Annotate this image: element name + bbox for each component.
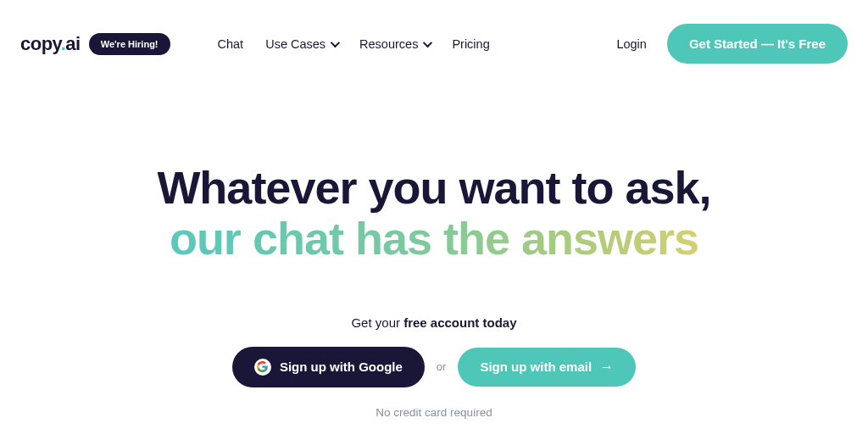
arrow-right-icon: → xyxy=(600,359,614,375)
hero-line1: Whatever you want to ask, xyxy=(157,162,710,213)
logo[interactable]: copy.ai xyxy=(20,33,81,55)
no-credit-card-text: No credit card required xyxy=(0,406,868,419)
signup-email-button[interactable]: Sign up with email → xyxy=(458,348,636,387)
logo-suffix: ai xyxy=(65,33,80,54)
hero-heading: Whatever you want to ask, our chat has t… xyxy=(0,162,868,265)
nav-pricing-label: Pricing xyxy=(452,37,489,51)
hiring-badge-label: We're Hiring! xyxy=(101,39,159,49)
signup-email-label: Sign up with email xyxy=(480,359,592,374)
get-started-button[interactable]: Get Started — It's Free xyxy=(667,24,848,64)
nav-pricing[interactable]: Pricing xyxy=(452,37,489,51)
signup-google-button[interactable]: Sign up with Google xyxy=(232,347,425,387)
header: copy.ai We're Hiring! Chat Use Cases Res… xyxy=(0,0,868,84)
nav-use-cases[interactable]: Use Cases xyxy=(265,37,337,51)
header-right: Login Get Started — It's Free xyxy=(616,24,848,64)
chevron-down-icon xyxy=(423,37,432,47)
nav-chat-label: Chat xyxy=(218,37,244,51)
main-nav: Chat Use Cases Resources Pricing xyxy=(218,37,490,51)
sub-lead: Get your xyxy=(351,315,403,330)
hero-line2: our chat has the answers xyxy=(170,213,698,264)
or-text: or xyxy=(437,360,447,373)
nav-resources[interactable]: Resources xyxy=(359,37,430,51)
login-label: Login xyxy=(616,37,646,51)
google-icon xyxy=(254,359,271,376)
login-link[interactable]: Login xyxy=(616,37,646,51)
google-g-icon xyxy=(257,361,268,372)
nav-use-cases-label: Use Cases xyxy=(265,37,326,51)
logo-prefix: copy xyxy=(20,33,61,54)
nav-chat[interactable]: Chat xyxy=(218,37,244,51)
nav-resources-label: Resources xyxy=(359,37,418,51)
hiring-badge[interactable]: We're Hiring! xyxy=(89,33,170,55)
sub-bold: free account today xyxy=(403,315,516,330)
logo-group: copy.ai We're Hiring! xyxy=(20,33,170,55)
get-started-label: Get Started — It's Free xyxy=(689,36,826,51)
signup-row: Sign up with Google or Sign up with emai… xyxy=(0,347,868,387)
hero: Whatever you want to ask, our chat has t… xyxy=(0,84,868,419)
chevron-down-icon xyxy=(331,37,340,47)
hero-subheading: Get your free account today xyxy=(0,315,868,330)
signup-google-label: Sign up with Google xyxy=(280,359,403,374)
